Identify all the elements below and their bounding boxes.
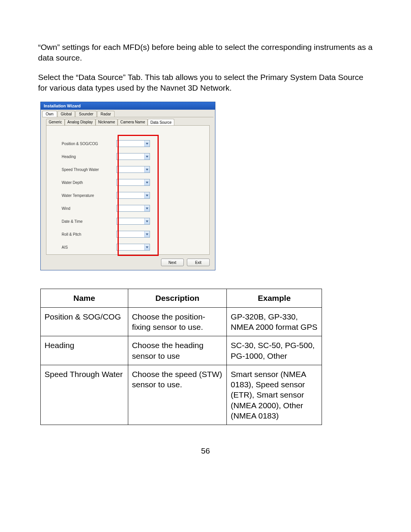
label-ais: AIS <box>53 245 113 249</box>
label-wind: Wind <box>53 206 113 211</box>
combo-date-time[interactable] <box>116 218 150 225</box>
combo-stw[interactable] <box>116 166 150 173</box>
row-wind: Wind <box>53 205 203 212</box>
dialog-title: Installation Wizard <box>41 102 215 110</box>
cell-name: Position & SOG/COG <box>41 307 128 336</box>
installation-wizard-dialog: Installation Wizard Own Global Sounder R… <box>40 102 215 270</box>
page-number: 56 <box>38 446 373 455</box>
tab-generic[interactable]: Generic <box>46 119 65 125</box>
combo-value[interactable] <box>117 153 144 160</box>
tab-nickname[interactable]: Nickname <box>96 119 118 125</box>
tab-sounder[interactable]: Sounder <box>75 111 97 117</box>
label-heading: Heading <box>53 155 113 159</box>
data-source-panel: Position & SOG/COG Heading <box>46 125 210 255</box>
cell-description: Choose the position-fixing sensor to use… <box>128 307 227 336</box>
combo-roll-pitch[interactable] <box>116 231 150 238</box>
tab-analog-display[interactable]: Analog Display <box>65 119 96 125</box>
tab-own[interactable]: Own <box>42 111 57 117</box>
row-ais: AIS <box>53 244 203 251</box>
label-position-sogcog: Position & SOG/COG <box>53 142 113 146</box>
combo-value[interactable] <box>117 205 144 211</box>
combo-wind[interactable] <box>116 205 150 212</box>
combo-water-temp[interactable] <box>116 192 150 199</box>
row-heading: Heading <box>53 153 203 160</box>
data-source-description-table: Name Description Example Position & SOG/… <box>40 289 322 425</box>
combo-value[interactable] <box>117 192 144 198</box>
label-roll-pitch: Roll & Pitch <box>53 232 113 236</box>
combo-ais[interactable] <box>116 244 150 251</box>
primary-tabs: Own Global Sounder Radar <box>41 110 215 117</box>
tab-camera-name[interactable]: Camera Name <box>118 119 148 125</box>
row-date-time: Date & Time <box>53 218 203 225</box>
chevron-down-icon[interactable] <box>144 141 150 147</box>
tab-data-source[interactable]: Data Source <box>148 119 174 125</box>
row-position-sogcog: Position & SOG/COG <box>53 140 203 147</box>
cell-name: Heading <box>41 336 128 365</box>
table-row: Position & SOG/COG Choose the position-f… <box>41 307 322 336</box>
chevron-down-icon[interactable] <box>144 218 150 224</box>
combo-value[interactable] <box>117 141 144 147</box>
row-roll-pitch: Roll & Pitch <box>53 231 203 238</box>
tab-global[interactable]: Global <box>57 111 75 117</box>
exit-button[interactable]: Exit <box>187 259 210 266</box>
table-row: Speed Through Water Choose the speed (ST… <box>41 365 322 425</box>
label-water-depth: Water Depth <box>53 181 113 185</box>
cell-example: SC-30, SC-50, PG-500, PG-1000, Other <box>227 336 322 365</box>
chevron-down-icon[interactable] <box>144 205 150 211</box>
secondary-tabs: Generic Analog Display Nickname Camera N… <box>41 117 215 125</box>
label-stw: Speed Through Water <box>53 168 113 172</box>
combo-position-sogcog[interactable] <box>116 140 150 147</box>
combo-value[interactable] <box>117 218 144 224</box>
table-row: Heading Choose the heading sensor to use… <box>41 336 322 365</box>
cell-example: Smart sensor (NMEA 0183), Speed sensor (… <box>227 365 322 425</box>
row-water-depth: Water Depth <box>53 179 203 186</box>
row-stw: Speed Through Water <box>53 166 203 173</box>
row-water-temp: Water Temperature <box>53 192 203 199</box>
next-button[interactable]: Next <box>161 259 184 266</box>
chevron-down-icon[interactable] <box>144 244 150 250</box>
cell-description: Choose the heading sensor to use <box>128 336 227 365</box>
chevron-down-icon[interactable] <box>144 231 150 237</box>
col-example: Example <box>227 289 322 307</box>
cell-description: Choose the speed (STW) sensor to use. <box>128 365 227 425</box>
combo-value[interactable] <box>117 166 144 173</box>
col-name: Name <box>41 289 128 307</box>
cell-example: GP-320B, GP-330, NMEA 2000 format GPS <box>227 307 322 336</box>
combo-heading[interactable] <box>116 153 150 160</box>
chevron-down-icon[interactable] <box>144 153 150 160</box>
col-description: Description <box>128 289 227 307</box>
chevron-down-icon[interactable] <box>144 192 150 198</box>
combo-water-depth[interactable] <box>116 179 150 186</box>
paragraph-2: Select the “Data Source” Tab. This tab a… <box>38 72 373 94</box>
combo-value[interactable] <box>117 231 144 237</box>
cell-name: Speed Through Water <box>41 365 128 425</box>
combo-value[interactable] <box>117 179 144 185</box>
chevron-down-icon[interactable] <box>144 179 150 185</box>
label-date-time: Date & Time <box>53 219 113 224</box>
paragraph-1: “Own” settings for each MFD(s) before be… <box>38 42 373 64</box>
chevron-down-icon[interactable] <box>144 166 150 173</box>
label-water-temp: Water Temperature <box>53 193 113 198</box>
combo-value[interactable] <box>117 244 144 250</box>
table-header-row: Name Description Example <box>41 289 322 307</box>
tab-radar[interactable]: Radar <box>97 111 114 117</box>
